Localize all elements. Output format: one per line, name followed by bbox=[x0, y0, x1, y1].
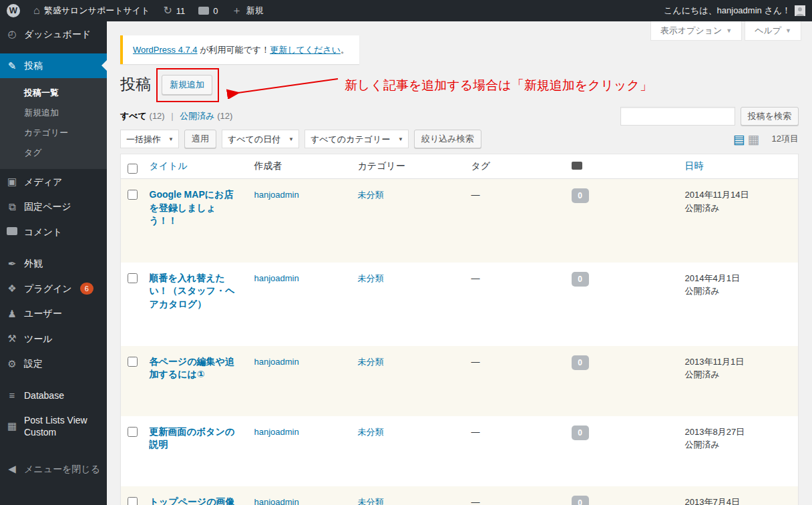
menu-settings-label: 設定 bbox=[24, 357, 43, 369]
collapse-menu-button[interactable]: ◀ メニューを閉じる bbox=[0, 456, 107, 482]
views-row: すべて (12) | 公開済み (12) 投稿を検索 bbox=[120, 107, 799, 126]
posts-submenu: 投稿一覧 新規追加 カテゴリー タグ bbox=[0, 78, 107, 169]
list-view-icon[interactable]: ▤ bbox=[733, 133, 745, 146]
comments-count: 0 bbox=[213, 6, 218, 16]
row-checkbox[interactable] bbox=[128, 427, 138, 437]
row-checkbox[interactable] bbox=[128, 273, 138, 283]
post-status: 公開済み bbox=[685, 369, 720, 379]
comment-count-bubble[interactable]: 0 bbox=[572, 272, 589, 287]
my-account-menu[interactable]: こんにちは、hanjoadmin さん！ bbox=[657, 0, 812, 21]
column-date-sort[interactable]: 日時 bbox=[685, 160, 704, 171]
new-content-menu[interactable]: ＋ 新規 bbox=[225, 0, 270, 21]
select-all-checkbox[interactable] bbox=[128, 164, 138, 174]
post-title-link[interactable]: 更新画面のボタンの説明 bbox=[150, 426, 235, 450]
menu-database[interactable]: ≡ Database bbox=[0, 383, 107, 408]
post-title-link[interactable]: Google MAPにお店を登録しましょう！！ bbox=[150, 189, 234, 226]
filter-published[interactable]: 公開済み bbox=[180, 111, 214, 121]
menu-separator bbox=[0, 376, 107, 383]
wordpress-version-link[interactable]: WordPress 4.7.4 bbox=[133, 45, 198, 55]
screen-options-tab[interactable]: 表示オプション ▼ bbox=[650, 21, 742, 41]
menu-appearance[interactable]: ✒ 外観 bbox=[0, 251, 107, 277]
menu-dashboard[interactable]: ◴ ダッシュボード bbox=[0, 21, 107, 47]
post-date: 2013年8月27日 bbox=[685, 427, 745, 437]
submenu-all-posts[interactable]: 投稿一覧 bbox=[0, 83, 107, 103]
database-icon: ≡ bbox=[5, 389, 19, 402]
filter-button[interactable]: 絞り込み検索 bbox=[414, 130, 481, 148]
help-label: ヘルプ bbox=[755, 25, 781, 37]
help-tab[interactable]: ヘルプ ▼ bbox=[745, 21, 801, 41]
category-link[interactable]: 未分類 bbox=[358, 427, 384, 437]
author-link[interactable]: hanjoadmin bbox=[254, 273, 299, 283]
submenu-add-new[interactable]: 新規追加 bbox=[0, 103, 107, 123]
comment-count-bubble[interactable]: 0 bbox=[572, 355, 589, 370]
search-posts-button[interactable]: 投稿を検索 bbox=[741, 107, 799, 126]
column-title-sort[interactable]: タイトル bbox=[150, 160, 188, 171]
filter-all[interactable]: すべて bbox=[120, 111, 147, 121]
post-row: Google MAPにお店を登録しましょう！！ hanjoadmin 未分類 —… bbox=[121, 179, 799, 263]
add-new-button[interactable]: 新規追加 bbox=[162, 75, 212, 95]
search-input[interactable] bbox=[620, 107, 735, 126]
admin-menu: ◴ ダッシュボード ✎ 投稿 投稿一覧 新規追加 カテゴリー タグ ▣ メディア… bbox=[0, 21, 107, 505]
post-date: 2013年7月4日 bbox=[685, 497, 740, 505]
menu-post-lists-view-label: Post Lists View Custom bbox=[24, 414, 102, 438]
row-checkbox[interactable] bbox=[128, 497, 138, 505]
menu-media[interactable]: ▣ メディア bbox=[0, 169, 107, 194]
menu-post-lists-view-custom[interactable]: ▦ Post Lists View Custom bbox=[0, 408, 107, 444]
wp-logo-menu[interactable]: W bbox=[0, 0, 27, 21]
category-link[interactable]: 未分類 bbox=[358, 497, 384, 505]
admin-bar: W ⌂ 繁盛サロンサポートサイト ↻ 11 0 ＋ 新規 こんにちは、hanjo… bbox=[0, 0, 812, 21]
comment-count-bubble[interactable]: 0 bbox=[572, 426, 589, 440]
update-now-link[interactable]: 更新してください bbox=[270, 45, 341, 55]
menu-settings[interactable]: ⚙ 設定 bbox=[0, 351, 107, 377]
filter-all-count: (12) bbox=[150, 111, 165, 121]
category-link[interactable]: 未分類 bbox=[358, 190, 384, 200]
site-name-menu[interactable]: ⌂ 繁盛サロンサポートサイト bbox=[27, 0, 156, 21]
menu-users[interactable]: ♟ ユーザー bbox=[0, 301, 107, 327]
filter-separator: | bbox=[171, 111, 173, 121]
author-link[interactable]: hanjoadmin bbox=[254, 190, 299, 200]
apply-button[interactable]: 適用 bbox=[184, 130, 216, 148]
date-filter-select-wrap: すべての日付 bbox=[222, 130, 299, 148]
collapse-arrow-icon: ◀ bbox=[5, 462, 19, 476]
menu-plugins[interactable]: ❖ プラグイン 6 bbox=[0, 276, 107, 301]
submenu-tags[interactable]: タグ bbox=[0, 143, 107, 163]
post-title-link[interactable]: 各ページの編集や追加するには① bbox=[150, 356, 234, 380]
menu-posts[interactable]: ✎ 投稿 bbox=[0, 53, 107, 79]
post-date: 2014年4月1日 bbox=[685, 273, 740, 283]
author-link[interactable]: hanjoadmin bbox=[254, 427, 299, 437]
column-author: 作成者 bbox=[248, 154, 351, 179]
menu-comments[interactable]: コメント bbox=[0, 219, 107, 244]
author-link[interactable]: hanjoadmin bbox=[254, 497, 299, 505]
comments-menu[interactable]: 0 bbox=[192, 0, 224, 21]
menu-pages-label: 固定ページ bbox=[24, 200, 71, 212]
comment-count-bubble[interactable]: 0 bbox=[572, 188, 589, 203]
comment-count-bubble[interactable]: 0 bbox=[572, 496, 589, 505]
date-filter-select[interactable]: すべての日付 bbox=[222, 130, 299, 148]
menu-pages[interactable]: ⧉ 固定ページ bbox=[0, 194, 107, 220]
bulk-action-select[interactable]: 一括操作 bbox=[120, 130, 179, 148]
menu-tools[interactable]: ⚒ ツール bbox=[0, 326, 107, 351]
post-title-link[interactable]: 順番を入れ替えたい！（スタッフ・ヘアカタログ） bbox=[150, 273, 235, 309]
category-filter-select-wrap: すべてのカテゴリー bbox=[304, 130, 409, 148]
excerpt-view-icon[interactable]: ▦ bbox=[748, 133, 760, 146]
post-row: 更新画面のボタンの説明 hanjoadmin 未分類 — 0 2013年8月27… bbox=[121, 416, 799, 486]
tags-value: — bbox=[471, 273, 480, 283]
settings-icon: ⚙ bbox=[5, 357, 19, 371]
wordpress-logo-icon: W bbox=[7, 4, 20, 17]
menu-separator bbox=[0, 244, 107, 251]
screen-options-label: 表示オプション bbox=[660, 25, 723, 37]
post-title-link[interactable]: トップページの画像を変更したい bbox=[150, 496, 235, 505]
updates-menu[interactable]: ↻ 11 bbox=[156, 0, 192, 21]
search-box: 投稿を検索 bbox=[620, 107, 799, 126]
post-lists-view-icon: ▦ bbox=[5, 419, 19, 433]
category-filter-select[interactable]: すべてのカテゴリー bbox=[304, 130, 409, 148]
submenu-categories[interactable]: カテゴリー bbox=[0, 123, 107, 143]
row-checkbox[interactable] bbox=[128, 357, 138, 367]
row-checkbox[interactable] bbox=[128, 190, 138, 200]
tags-value: — bbox=[471, 357, 480, 367]
author-link[interactable]: hanjoadmin bbox=[254, 357, 299, 367]
post-date: 2014年11月14日 bbox=[685, 190, 749, 200]
category-link[interactable]: 未分類 bbox=[358, 357, 384, 367]
post-status: 公開済み bbox=[685, 286, 720, 296]
category-link[interactable]: 未分類 bbox=[358, 273, 384, 283]
